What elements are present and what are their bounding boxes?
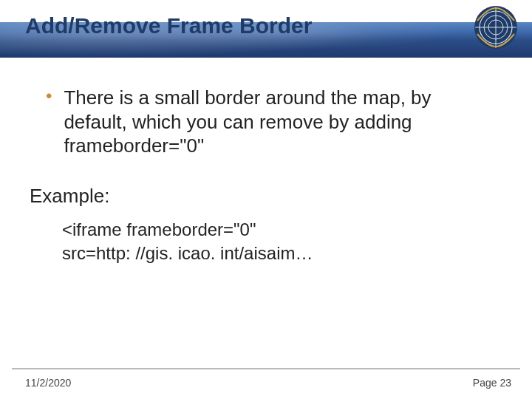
footer-page-number: Page 23 <box>473 377 511 389</box>
footer-divider <box>12 368 520 369</box>
example-code-line: <iframe frameborder="0" <box>62 218 486 242</box>
slide-footer: 11/2/2020 Page 23 <box>0 355 532 399</box>
bullet-text: There is a small border around the map, … <box>64 86 486 158</box>
slide-title: Add/Remove Frame Border <box>25 13 312 38</box>
slide-header: Add/Remove Frame Border <box>0 0 532 58</box>
icao-logo-icon <box>473 4 519 50</box>
bullet-item: • There is a small border around the map… <box>46 86 486 158</box>
example-label: Example: <box>30 185 486 208</box>
example-code-line: src=http: //gis. icao. int/aisaim… <box>62 242 486 265</box>
example-code: <iframe frameborder="0" src=http: //gis.… <box>62 218 486 266</box>
slide-body: • There is a small border around the map… <box>0 58 532 265</box>
bullet-marker-icon: • <box>46 86 52 107</box>
footer-date: 11/2/2020 <box>25 377 71 389</box>
